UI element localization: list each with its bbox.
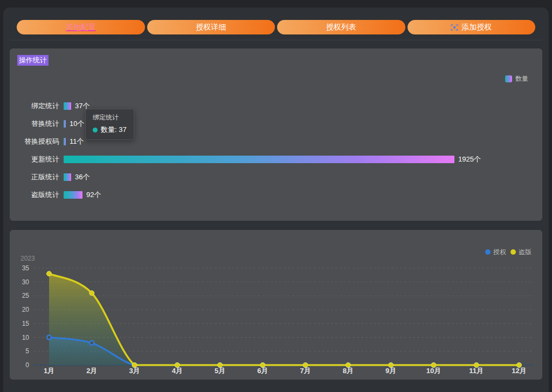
category-label: 更新统计 <box>17 155 59 164</box>
nav-button-other-config[interactable]: 其他配置 <box>17 20 145 34</box>
x-tick-label: 6月 <box>257 367 268 375</box>
nav-button-auth-list[interactable]: 授权列表 <box>277 20 405 34</box>
x-tick-label: 5月 <box>215 367 225 375</box>
category-label: 替换授权码 <box>17 137 59 146</box>
bar-绑定统计[interactable] <box>64 102 71 110</box>
bar-row: 更新统计1925个 <box>17 150 535 168</box>
legend-item-盗版[interactable]: 盗版 <box>510 248 532 256</box>
legend-label: 授权 <box>493 248 506 256</box>
x-tick-label: 1月 <box>44 367 54 375</box>
y-tick-label: 20 <box>22 306 30 313</box>
legend-label: 盗版 <box>519 248 532 256</box>
bar-value: 11个 <box>70 137 84 146</box>
bar-value: 92个 <box>86 190 101 200</box>
bar-value: 10个 <box>70 119 84 129</box>
x-tick-label: 3月 <box>129 367 140 375</box>
y-tick-label: 30 <box>22 278 30 286</box>
x-tick-label: 11月 <box>469 367 484 375</box>
x-tick-label: 2月 <box>86 367 97 375</box>
legend-dot-icon <box>510 249 516 255</box>
x-tick-label: 9月 <box>385 367 396 375</box>
year-label: 2023 <box>20 255 35 262</box>
line-chart: 2023051015202530351月2月3月4月5月6月7月8月9月10月1… <box>10 230 542 379</box>
category-label: 盗版统计 <box>17 190 59 200</box>
operation-stats-panel: 操作统计 数量 绑定统计37个替换统计10个替换授权码11个更新统计1925个正… <box>10 48 542 221</box>
x-tick-label: 12月 <box>512 367 526 375</box>
legend-label: 数量 <box>515 74 528 83</box>
bar-value: 1925个 <box>458 155 481 164</box>
legend-swatch-icon <box>505 75 512 82</box>
bar-value: 36个 <box>75 172 89 182</box>
x-tick-label: 7月 <box>300 367 311 375</box>
bar-legend-item[interactable]: 数量 <box>505 74 528 83</box>
tooltip-title: 绑定统计 <box>93 113 127 122</box>
bar-替换统计[interactable] <box>64 120 66 128</box>
nav-button-add-auth[interactable]: 添加授权 <box>408 20 536 34</box>
y-tick-label: 10 <box>22 334 30 341</box>
bar-替换授权码[interactable] <box>64 138 66 145</box>
y-tick-label: 25 <box>22 292 30 299</box>
y-tick-label: 5 <box>25 347 29 355</box>
category-label: 绑定统计 <box>17 101 59 111</box>
bar-更新统计[interactable] <box>64 156 454 163</box>
nav-buttons-row: 其他配置 授权详细 授权列表 添加授权 <box>10 8 542 40</box>
bar-row: 正版统计36个 <box>17 168 535 186</box>
x-tick-label: 8月 <box>343 367 354 375</box>
nav-button-label: 授权列表 <box>326 23 356 32</box>
line-chart-legend: 授权盗版 <box>485 248 532 256</box>
nav-button-auth-detail[interactable]: 授权详细 <box>147 20 275 34</box>
bar-盗版统计[interactable] <box>64 191 82 199</box>
series-dot-icon <box>93 128 98 132</box>
chart-tooltip: 绑定统计 数量: 37 <box>85 109 134 140</box>
marker-授权[interactable] <box>89 341 94 345</box>
nav-button-label: 添加授权 <box>461 23 492 32</box>
marker-盗版[interactable] <box>89 291 94 296</box>
yearly-trend-panel: 2023051015202530351月2月3月4月5月6月7月8月9月10月1… <box>10 230 542 380</box>
scan-icon <box>451 24 458 31</box>
x-tick-label: 4月 <box>172 367 183 375</box>
category-label: 正版统计 <box>17 172 59 182</box>
marker-授权[interactable] <box>47 335 51 340</box>
nav-button-label: 授权详细 <box>196 23 226 32</box>
main-content: 其他配置 授权详细 授权列表 添加授权 <box>3 8 549 392</box>
nav-button-label: 其他配置 <box>66 23 96 32</box>
y-tick-label: 15 <box>22 320 30 327</box>
x-axis-labels: 1月2月3月4月5月6月7月8月9月10月11月12月 <box>44 367 527 375</box>
y-tick-label: 35 <box>22 264 30 272</box>
bar-正版统计[interactable] <box>64 173 71 181</box>
panel-title: 操作统计 <box>17 55 49 66</box>
x-tick-label: 10月 <box>426 367 441 375</box>
marker-盗版[interactable] <box>47 271 52 276</box>
y-tick-label: 0 <box>25 361 29 369</box>
legend-item-授权[interactable]: 授权 <box>485 248 506 256</box>
legend-dot-icon <box>485 249 491 255</box>
screen: 其他配置 授权详细 授权列表 添加授权 <box>0 0 552 392</box>
tooltip-value: 数量: 37 <box>101 125 127 135</box>
bar-row: 盗版统计92个 <box>17 186 535 204</box>
category-label: 替换统计 <box>17 119 59 129</box>
